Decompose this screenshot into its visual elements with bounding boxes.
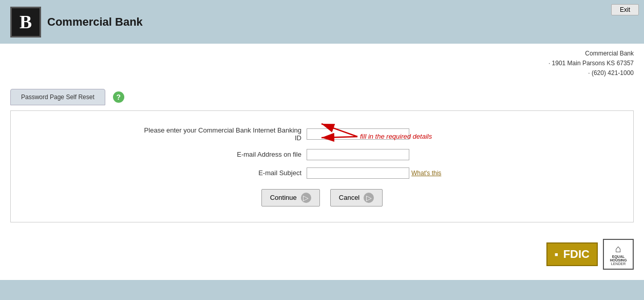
email-subject-row: E-mail Subject What's this (142, 167, 502, 179)
email-row: E-mail Address on file (142, 149, 502, 160)
continue-arrow-icon: ▷ (301, 193, 311, 203)
fdic-label: FDIC (563, 248, 590, 261)
bank-info-phone: · (620) 421-1000 (0, 68, 634, 78)
cancel-button[interactable]: Cancel ▷ (330, 189, 383, 207)
exit-button[interactable]: Exit (611, 4, 639, 15)
button-row: Continue ▷ Cancel ▷ (21, 189, 623, 207)
bank-info-name: Commercial Bank (0, 49, 634, 59)
bank-info-address: · 1901 Main Parsons KS 67357 (0, 59, 634, 68)
bank-logo: B (10, 7, 41, 38)
email-label: E-mail Address on file (142, 151, 307, 158)
email-subject-input[interactable] (307, 167, 409, 179)
equal-housing-badge: ⌂ EQUAL HOUSING LENDER (603, 239, 634, 270)
banking-id-input[interactable] (307, 128, 409, 140)
email-subject-label: E-mail Subject (142, 169, 307, 177)
tab-password-reset[interactable]: Password Page Self Reset (10, 89, 105, 105)
main-content: Commercial Bank · 1901 Main Parsons KS 6… (0, 44, 644, 280)
footer-area: ■ FDIC ⌂ EQUAL HOUSING LENDER (546, 239, 634, 270)
top-bar: B Commercial Bank Exit (0, 0, 644, 44)
whats-this-link[interactable]: What's this (411, 170, 441, 177)
tab-area: Password Page Self Reset ? (0, 84, 644, 110)
house-icon: ⌂ (609, 243, 628, 255)
form-table: Please enter your Commercial Bank Intern… (142, 126, 502, 179)
banking-id-row: Please enter your Commercial Bank Intern… (142, 126, 502, 142)
bank-info: Commercial Bank · 1901 Main Parsons KS 6… (0, 44, 644, 84)
email-input[interactable] (307, 149, 409, 160)
help-icon[interactable]: ? (113, 91, 124, 103)
fdic-badge: ■ FDIC (546, 242, 598, 266)
equal-housing-label: EQUAL HOUSING (609, 255, 628, 262)
form-panel: Please enter your Commercial Bank Intern… (10, 110, 634, 222)
equal-housing-sub: LENDER (609, 262, 628, 266)
cancel-arrow-icon: ▷ (364, 193, 374, 203)
continue-button[interactable]: Continue ▷ (261, 189, 320, 207)
bank-name-header: Commercial Bank (47, 15, 143, 29)
logo-area: B Commercial Bank (10, 7, 143, 38)
banking-id-label: Please enter your Commercial Bank Intern… (142, 126, 307, 142)
fdic-small-text: ■ (555, 251, 558, 257)
